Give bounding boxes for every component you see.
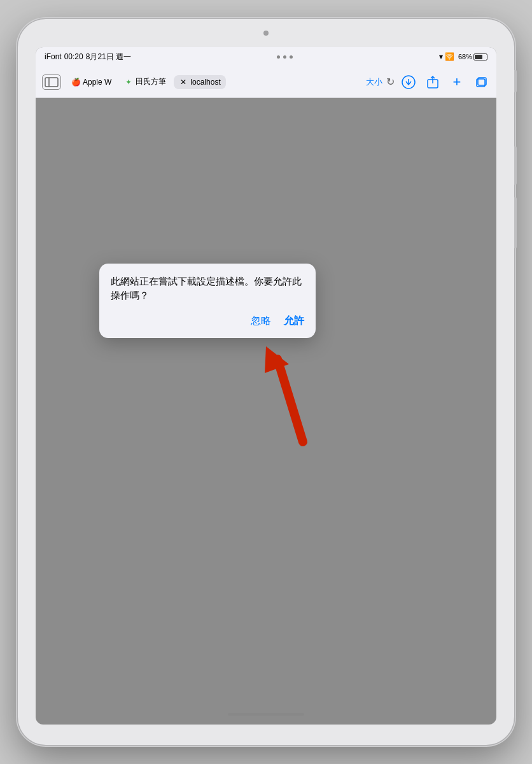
permission-dialog: 此網站正在嘗試下載設定描述檔。你要允許此操作嗎？ 忽略 允許 bbox=[99, 264, 316, 338]
tab-apple[interactable]: 🍎 Apple W bbox=[66, 75, 116, 89]
battery-body bbox=[473, 53, 487, 60]
browser-toolbar: 🍎 Apple W ✦ 田氏方筆 ✕ localhost 大小 ↻ bbox=[36, 66, 496, 98]
status-bar: iFont 00:20 8月21日 週一 ▾ 🛜 68% bbox=[36, 47, 496, 66]
dialog-buttons: 忽略 允許 bbox=[111, 312, 304, 330]
status-center bbox=[277, 55, 293, 59]
time-label: 00:20 bbox=[64, 52, 83, 61]
front-camera bbox=[263, 31, 269, 36]
ipad-device: iFont 00:20 8月21日 週一 ▾ 🛜 68% bbox=[18, 19, 514, 745]
ignore-button[interactable]: 忽略 bbox=[251, 312, 271, 330]
ipad-screen: iFont 00:20 8月21日 週一 ▾ 🛜 68% bbox=[36, 47, 496, 725]
url-section: 大小 ↻ bbox=[366, 76, 395, 88]
status-left: iFont 00:20 8月21日 週一 bbox=[45, 52, 131, 62]
text-size-button[interactable]: 大小 bbox=[366, 76, 382, 88]
apple-favicon: 🍎 bbox=[71, 78, 80, 87]
battery-fill bbox=[475, 55, 482, 59]
dot1 bbox=[277, 55, 280, 59]
reload-button[interactable]: ↻ bbox=[386, 76, 395, 88]
power-button[interactable] bbox=[514, 70, 517, 92]
battery-indicator: 68% bbox=[458, 53, 487, 60]
battery-percent-label: 68% bbox=[458, 53, 472, 60]
volume-up-button[interactable] bbox=[514, 146, 517, 185]
arrow-annotation bbox=[265, 346, 341, 451]
wifi-icon: ▾ 🛜 bbox=[439, 52, 454, 61]
red-arrow-icon bbox=[265, 346, 341, 448]
dialog-message: 此網站正在嘗試下載設定描述檔。你要允許此操作嗎？ bbox=[111, 275, 304, 303]
tian-favicon: ✦ bbox=[124, 78, 133, 87]
tab-tian[interactable]: ✦ 田氏方筆 bbox=[119, 74, 171, 90]
svg-line-9 bbox=[277, 359, 303, 442]
tab-strip: 🍎 Apple W ✦ 田氏方筆 ✕ localhost bbox=[66, 74, 361, 90]
download-button[interactable] bbox=[400, 73, 417, 91]
svg-rect-0 bbox=[45, 78, 58, 87]
sidebar-icon bbox=[45, 77, 59, 87]
dot3 bbox=[290, 55, 293, 59]
volume-down-button[interactable] bbox=[514, 197, 517, 248]
tab-overview-button[interactable] bbox=[472, 73, 490, 91]
tab-apple-label: Apple W bbox=[83, 78, 111, 87]
new-tab-button[interactable]: + bbox=[448, 73, 466, 91]
share-button[interactable] bbox=[424, 73, 442, 91]
tab-localhost[interactable]: ✕ localhost bbox=[174, 75, 225, 89]
home-indicator bbox=[228, 713, 304, 716]
share-icon bbox=[426, 75, 439, 89]
tab-localhost-label: localhost bbox=[190, 78, 220, 87]
date-label: 8月21日 週一 bbox=[86, 52, 131, 62]
carrier-label: iFont bbox=[45, 52, 62, 61]
tab-tian-label: 田氏方筆 bbox=[136, 76, 166, 87]
tab-overview-icon bbox=[475, 76, 487, 88]
sidebar-toggle-button[interactable] bbox=[42, 74, 61, 90]
allow-button[interactable]: 允許 bbox=[284, 312, 304, 330]
localhost-favicon: ✕ bbox=[179, 78, 188, 87]
toolbar-right: + bbox=[400, 73, 490, 91]
status-right: ▾ 🛜 68% bbox=[439, 52, 487, 61]
download-icon bbox=[402, 75, 416, 89]
dot2 bbox=[283, 55, 286, 59]
